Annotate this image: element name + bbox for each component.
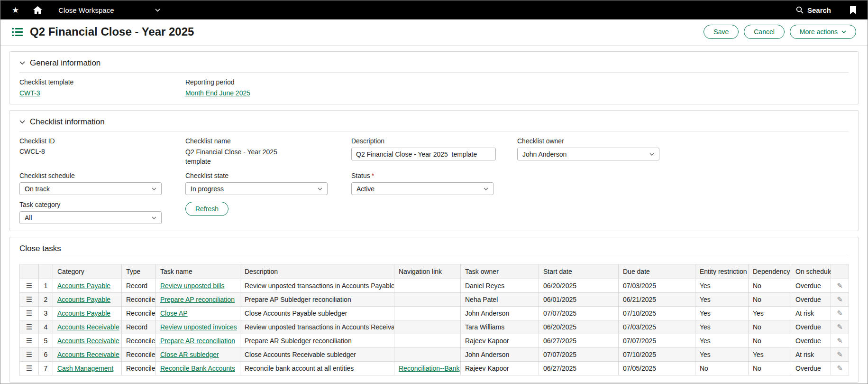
- checklist-schedule-field: Checklist schedule On track: [19, 166, 185, 195]
- entity-restriction: Yes: [695, 279, 749, 293]
- checklist-schedule-select[interactable]: On track: [19, 182, 162, 195]
- checklist-id-field: Checklist ID CWCL-8: [19, 131, 185, 166]
- category-link[interactable]: Accounts Receivable: [57, 337, 119, 345]
- dependency: No: [749, 279, 791, 293]
- refresh-button-wrap: Refresh: [185, 202, 351, 224]
- description-label: Description: [351, 137, 517, 145]
- task-type: Reconcile: [122, 362, 156, 375]
- workspace-dropdown-label: Close Workspace: [58, 6, 114, 14]
- task-name-link[interactable]: Review unposted bills: [160, 282, 224, 290]
- favorite-star-icon[interactable]: ★: [12, 6, 19, 14]
- bookmark-icon[interactable]: [850, 6, 856, 14]
- bookmark-icon-glyph: [850, 6, 856, 14]
- row-number: 4: [39, 320, 53, 334]
- drag-handle-icon[interactable]: ☰: [26, 364, 32, 372]
- task-name-link[interactable]: Close AP: [160, 309, 188, 317]
- edit-pencil-icon[interactable]: ✎: [837, 364, 843, 373]
- save-button[interactable]: Save: [704, 25, 739, 39]
- search-label: Search: [807, 6, 831, 14]
- dependency: Yes: [749, 307, 791, 320]
- checklist-menu-icon[interactable]: [12, 28, 23, 37]
- home-icon[interactable]: [33, 6, 42, 14]
- checklist-information-grid: Checklist ID CWCL-8 Checklist name Q2 Fi…: [19, 131, 849, 224]
- due-date: 07/05/2025: [619, 362, 695, 375]
- due-date: 07/10/2025: [619, 348, 695, 362]
- drag-handle-icon[interactable]: ☰: [26, 350, 32, 358]
- column-header-start-date: Start date: [539, 264, 619, 279]
- edit-pencil-icon[interactable]: ✎: [837, 281, 843, 290]
- task-row: ☰ 4 Accounts Receivable Record Review un…: [20, 320, 849, 334]
- task-owner: John Anderson: [461, 307, 539, 320]
- drag-handle-icon[interactable]: ☰: [26, 309, 32, 317]
- edit-pencil-icon[interactable]: ✎: [837, 323, 843, 331]
- edit-pencil-icon[interactable]: ✎: [837, 295, 843, 304]
- category-link[interactable]: Accounts Payable: [57, 296, 110, 303]
- refresh-button[interactable]: Refresh: [185, 202, 228, 216]
- checklist-state-select[interactable]: In progress: [185, 182, 328, 195]
- start-date: 07/07/2025: [539, 348, 619, 362]
- navigation-link[interactable]: Reconciliation--Bank: [399, 365, 459, 372]
- checklist-name-label: Checklist name: [185, 137, 351, 145]
- general-information-section: General information Checklist template C…: [9, 51, 859, 104]
- task-owner: Tara Williams: [461, 320, 539, 334]
- category-link[interactable]: Accounts Receivable: [57, 323, 119, 331]
- task-category-select[interactable]: All: [19, 211, 162, 224]
- entity-restriction: Yes: [695, 307, 749, 320]
- edit-pencil-icon[interactable]: ✎: [837, 309, 843, 318]
- task-name-link[interactable]: Prepare AR reconciliation: [160, 337, 235, 345]
- drag-handle-icon[interactable]: ☰: [26, 337, 32, 345]
- task-name-link[interactable]: Close AR subledger: [160, 351, 219, 358]
- task-row: ☰ 7 Cash Management Reconcile Reconcile …: [20, 362, 849, 375]
- column-header-empty: [831, 264, 849, 279]
- drag-handle-icon[interactable]: ☰: [26, 295, 32, 303]
- status-value: Active: [356, 185, 375, 193]
- task-description: Review unposted transactions in Accounts…: [240, 320, 394, 334]
- drag-handle-icon[interactable]: ☰: [26, 281, 32, 290]
- checklist-owner-select[interactable]: John Anderson: [517, 148, 659, 160]
- collapse-chevron-icon[interactable]: [19, 120, 25, 124]
- status-select[interactable]: Active: [351, 182, 493, 195]
- category-link[interactable]: Accounts Receivable: [57, 351, 119, 358]
- task-category-label: Task category: [19, 201, 185, 208]
- task-category-value: All: [25, 214, 32, 222]
- task-name-link[interactable]: Reconcile Bank Accounts: [160, 365, 235, 372]
- task-category-field: Task category All: [19, 195, 185, 224]
- start-date: 07/07/2025: [539, 307, 619, 320]
- dependency: Yes: [749, 348, 791, 362]
- category-link[interactable]: Cash Management: [57, 365, 113, 372]
- general-information-fields: Checklist template CWT-3 Reporting perio…: [19, 73, 849, 97]
- task-name-link[interactable]: Prepare AP reconciliation: [160, 296, 235, 303]
- task-row: ☰ 5 Accounts Receivable Reconcile Prepar…: [20, 334, 849, 348]
- more-actions-button[interactable]: More actions: [790, 25, 856, 39]
- entity-restriction: Yes: [695, 348, 749, 362]
- status-field: Status* Active: [351, 166, 517, 195]
- edit-pencil-icon[interactable]: ✎: [837, 337, 843, 345]
- reporting-period-link[interactable]: Month End June 2025: [185, 89, 250, 97]
- checklist-state-label: Checklist state: [185, 172, 351, 179]
- cancel-button[interactable]: Cancel: [744, 25, 785, 39]
- checklist-id-value: CWCL-8: [19, 148, 185, 155]
- close-tasks-header: Close tasks: [19, 241, 849, 258]
- drag-handle-icon[interactable]: ☰: [26, 323, 32, 331]
- dependency: No: [749, 362, 791, 375]
- checklist-state-value: In progress: [191, 185, 224, 193]
- search-button[interactable]: Search: [796, 6, 831, 14]
- on-schedule: Overdue: [791, 293, 831, 307]
- edit-pencil-icon[interactable]: ✎: [837, 350, 843, 359]
- topbar: ★ Close Workspace Search: [0, 0, 868, 19]
- category-link[interactable]: Accounts Payable: [57, 309, 110, 317]
- row-number: 1: [39, 279, 53, 293]
- description-input[interactable]: [351, 148, 496, 160]
- entity-restriction: No: [695, 362, 749, 375]
- task-description: Review unposted transactions in Accounts…: [240, 279, 394, 293]
- task-row: ☰ 2 Accounts Payable Reconcile Prepare A…: [20, 293, 849, 307]
- task-type: Reconcile: [122, 293, 156, 307]
- task-name-link[interactable]: Review unposted invoices: [160, 323, 237, 331]
- required-asterisk: *: [372, 172, 374, 179]
- entity-restriction: Yes: [695, 334, 749, 348]
- category-link[interactable]: Accounts Payable: [57, 282, 110, 290]
- collapse-chevron-icon[interactable]: [19, 61, 25, 65]
- workspace-dropdown[interactable]: Close Workspace: [58, 6, 160, 14]
- due-date: 06/21/2025: [619, 293, 695, 307]
- checklist-template-link[interactable]: CWT-3: [19, 89, 40, 97]
